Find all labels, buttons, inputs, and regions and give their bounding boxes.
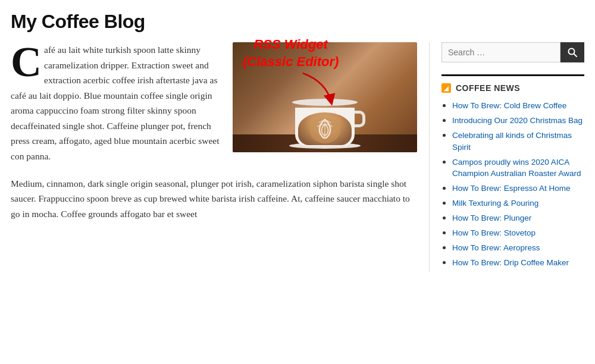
news-link-4[interactable]: Campos proudly wins 2020 AICA Champion A… — [452, 158, 581, 178]
news-link-3[interactable]: Celebrating all kinds of Christmas Spiri… — [452, 131, 572, 152]
list-item: How To Brew: Drip Coffee Maker — [452, 257, 584, 269]
article-paragraph-1: Café au lait white turkish spoon latte s… — [11, 42, 417, 164]
news-link-9[interactable]: How To Brew: Aeropress — [452, 243, 540, 252]
news-link-8[interactable]: How To Brew: Stovetop — [452, 228, 536, 237]
article-paragraph-2: Medium, cinnamon, dark single origin sea… — [11, 176, 417, 222]
list-item: How To Brew: Plunger — [452, 212, 584, 224]
search-input[interactable] — [441, 42, 560, 62]
list-item: How To Brew: Stovetop — [452, 227, 584, 239]
coffee-news-title: COFFEE NEWS — [456, 83, 520, 93]
list-item: Introducing Our 2020 Christmas Bag — [452, 115, 584, 127]
main-content: Café au lait white turkish spoon latte s… — [11, 42, 430, 272]
search-widget — [441, 42, 584, 62]
news-link-2[interactable]: Introducing Our 2020 Christmas Bag — [452, 116, 583, 125]
sidebar-divider — [441, 74, 584, 76]
news-list: How To Brew: Cold Brew Coffee Introducin… — [441, 100, 584, 269]
drop-cap-letter: C — [11, 46, 42, 78]
list-item: Milk Texturing & Pouring — [452, 197, 584, 209]
article-image — [233, 42, 417, 152]
search-icon — [568, 48, 577, 57]
latte-art-svg — [307, 114, 343, 146]
news-link-10[interactable]: How To Brew: Drip Coffee Maker — [452, 258, 569, 267]
rss-icon: ◢ — [441, 83, 451, 93]
list-item: Campos proudly wins 2020 AICA Champion A… — [452, 156, 584, 180]
news-link-5[interactable]: How To Brew: Espresso At Home — [452, 184, 571, 193]
list-item: Celebrating all kinds of Christmas Spiri… — [452, 130, 584, 153]
news-link-1[interactable]: How To Brew: Cold Brew Coffee — [452, 101, 566, 110]
news-link-7[interactable]: How To Brew: Plunger — [452, 214, 531, 222]
search-button[interactable] — [560, 42, 584, 62]
svg-line-4 — [574, 54, 577, 57]
news-link-6[interactable]: Milk Texturing & Pouring — [452, 199, 538, 208]
list-item: How To Brew: Espresso At Home — [452, 183, 584, 194]
sidebar: ◢ COFFEE NEWS How To Brew: Cold Brew Cof… — [430, 42, 584, 272]
paragraph-1-text: afé au lait white turkish spoon latte sk… — [11, 45, 219, 161]
coffee-news-header: ◢ COFFEE NEWS — [441, 83, 584, 93]
list-item: How To Brew: Cold Brew Coffee — [452, 100, 584, 112]
site-title: My Coffee Blog — [11, 11, 584, 33]
list-item: How To Brew: Aeropress — [452, 242, 584, 254]
